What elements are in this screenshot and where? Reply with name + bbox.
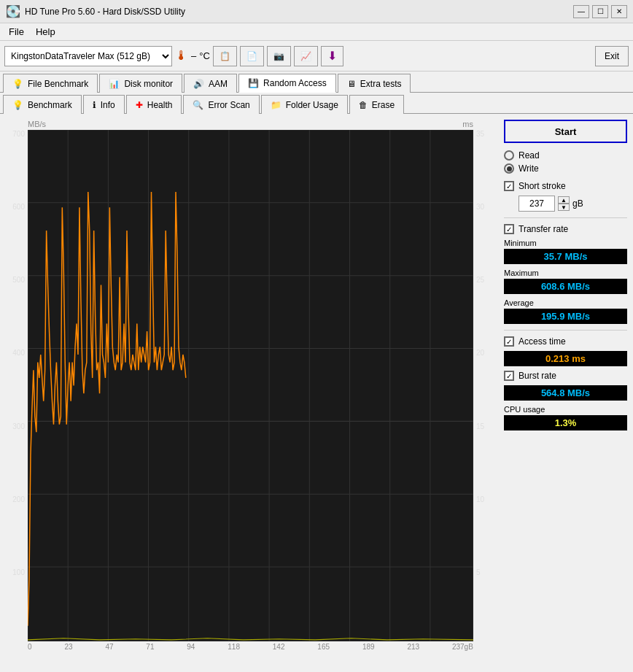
stroke-input-row: ▲ ▼ gB [519, 196, 627, 212]
info-icon: ℹ [93, 100, 96, 110]
maximum-block: Maximum 608.6 MB/s [504, 269, 627, 294]
exit-button[interactable]: Exit [595, 46, 629, 66]
temperature-display: 🌡 – °C [175, 48, 210, 63]
transfer-rate-label: Transfer rate [519, 224, 568, 234]
copy-btn-1[interactable]: 📋 [213, 46, 237, 66]
tab-extra-tests[interactable]: 🖥 Extra tests [338, 74, 411, 93]
minimum-block: Minimum 35.7 MB/s [504, 239, 627, 264]
write-radio-row[interactable]: Write [504, 163, 627, 174]
stroke-up-button[interactable]: ▲ [558, 196, 570, 204]
read-label: Read [519, 150, 540, 161]
disk-selector[interactable]: KingstonDataTraveler Max (512 gB) [4, 46, 172, 66]
restore-button[interactable]: ☐ [592, 5, 608, 18]
y-axis-right-label: ms [462, 120, 473, 128]
title-icon: 💽 [6, 4, 20, 18]
copy-btn-2[interactable]: 📄 [240, 46, 264, 66]
tab-disk-monitor[interactable]: 📊 Disk monitor [99, 74, 182, 93]
read-radio-row[interactable]: Read [504, 150, 627, 161]
camera-icon: 📷 [273, 51, 284, 61]
tab-random-access[interactable]: 💾 Random Access [238, 74, 336, 93]
tab-health[interactable]: ✚ Health [126, 95, 182, 114]
menu-file[interactable]: File [3, 25, 30, 39]
burst-rate-block: 564.8 MB/s [504, 385, 627, 401]
extra-tests-icon: 🖥 [347, 79, 356, 89]
write-radio[interactable] [504, 163, 514, 174]
chart-btn[interactable]: 📈 [294, 46, 318, 66]
short-stroke-row[interactable]: ✓ Short stroke [504, 181, 627, 191]
menu-help[interactable]: Help [30, 25, 61, 39]
average-label: Average [504, 298, 627, 307]
right-panel: Start Read Write ✓ Short stroke ▲ ▼ gB [498, 114, 633, 672]
divider-2 [504, 330, 627, 331]
svg-rect-0 [28, 130, 473, 641]
stroke-down-button[interactable]: ▼ [558, 204, 570, 211]
minimize-button[interactable]: — [573, 5, 589, 18]
tabs-row2: 💡 Benchmark ℹ Info ✚ Health 🔍 Error Scan… [0, 93, 633, 114]
cpu-usage-label: CPU usage [504, 405, 627, 414]
window-controls: — ☐ ✕ [573, 5, 627, 18]
average-block: Average 195.9 MB/s [504, 298, 627, 324]
access-time-checkbox[interactable]: ✓ [504, 336, 514, 347]
chart-icon: 📈 [300, 51, 311, 61]
camera-btn[interactable]: 📷 [267, 46, 291, 66]
y-axis-right: 35 30 25 20 15 10 5 [473, 130, 495, 641]
copy-icon-2: 📄 [246, 51, 257, 61]
benchmark-icon: 💡 [12, 100, 23, 110]
copy-icon-1: 📋 [220, 51, 230, 61]
read-write-radio-group: Read Write [504, 150, 627, 174]
random-access-icon: 💾 [248, 78, 259, 88]
folder-usage-icon: 📁 [271, 100, 281, 110]
transfer-rate-checkbox[interactable]: ✓ [504, 224, 514, 234]
access-time-block: 0.213 ms [504, 351, 627, 366]
tab-file-benchmark[interactable]: 💡 File Benchmark [3, 74, 98, 93]
erase-icon: 🗑 [359, 100, 368, 110]
cpu-usage-value: 1.3% [504, 415, 627, 430]
transfer-rate-row[interactable]: ✓ Transfer rate [504, 224, 627, 234]
aam-icon: 🔊 [193, 79, 204, 89]
title-bar: 💽 HD Tune Pro 5.60 - Hard Disk/SSD Utili… [0, 0, 633, 23]
y-axis-left-label: MB/s [28, 120, 46, 128]
tab-info[interactable]: ℹ Info [83, 95, 125, 114]
chart-area: MB/s ms 700 600 500 400 300 200 100 [0, 114, 498, 672]
download-btn[interactable]: ⬇ [321, 46, 343, 66]
tab-error-scan[interactable]: 🔍 Error Scan [183, 95, 259, 114]
chart-svg-container [28, 130, 473, 641]
temp-unit: °C [199, 50, 210, 61]
maximum-value: 608.6 MB/s [504, 279, 627, 294]
close-button[interactable]: ✕ [611, 5, 627, 18]
minimum-label: Minimum [504, 239, 627, 247]
title-text: HD Tune Pro 5.60 - Hard Disk/SSD Utility [25, 7, 573, 17]
short-stroke-label: Short stroke [519, 181, 566, 191]
health-icon: ✚ [136, 100, 143, 110]
cpu-usage-block: CPU usage 1.3% [504, 405, 627, 430]
stroke-unit: gB [572, 198, 583, 209]
tabs-row1: 💡 File Benchmark 📊 Disk monitor 🔊 AAM 💾 … [0, 72, 633, 93]
read-radio[interactable] [504, 150, 514, 161]
error-scan-icon: 🔍 [193, 100, 203, 110]
burst-rate-row[interactable]: ✓ Burst rate [504, 371, 627, 381]
stroke-spinner: ▲ ▼ [558, 196, 570, 211]
maximum-label: Maximum [504, 269, 627, 277]
file-benchmark-icon: 💡 [12, 79, 23, 89]
burst-rate-label: Burst rate [519, 371, 556, 381]
start-button[interactable]: Start [504, 120, 627, 143]
toolbar: KingstonDataTraveler Max (512 gB) 🌡 – °C… [0, 41, 633, 72]
stroke-value-input[interactable] [519, 196, 555, 212]
main-content: MB/s ms 700 600 500 400 300 200 100 [0, 114, 633, 672]
tab-erase[interactable]: 🗑 Erase [349, 95, 404, 114]
download-icon: ⬇ [327, 49, 337, 63]
tab-benchmark[interactable]: 💡 Benchmark [3, 95, 82, 114]
burst-rate-checkbox[interactable]: ✓ [504, 371, 514, 381]
access-time-label: Access time [519, 336, 566, 347]
access-time-row[interactable]: ✓ Access time [504, 336, 627, 347]
minimum-value: 35.7 MB/s [504, 249, 627, 264]
short-stroke-checkbox[interactable]: ✓ [504, 181, 514, 191]
y-axis-left: 700 600 500 400 300 200 100 [6, 130, 28, 641]
temp-dash: – [191, 50, 196, 61]
access-time-value: 0.213 ms [504, 351, 627, 366]
write-label: Write [519, 163, 539, 174]
divider-1 [504, 217, 627, 218]
average-value: 195.9 MB/s [504, 309, 627, 324]
tab-folder-usage[interactable]: 📁 Folder Usage [261, 95, 348, 114]
tab-aam[interactable]: 🔊 AAM [184, 74, 237, 93]
